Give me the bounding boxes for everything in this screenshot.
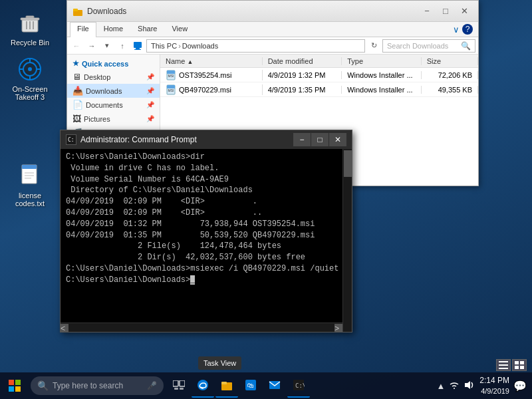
- svg-rect-34: [515, 361, 519, 364]
- tab-file[interactable]: File: [70, 22, 96, 37]
- refresh-button[interactable]: ↻: [367, 39, 380, 53]
- notification-center-button[interactable]: 💬: [511, 374, 529, 398]
- cmd-scrollbar-thumb[interactable]: [344, 150, 352, 177]
- address-path[interactable]: This PC › Downloads: [146, 39, 365, 53]
- file-explorer-title: Downloads: [87, 7, 418, 16]
- svg-rect-22: [134, 49, 141, 50]
- pin-icon-4: 📌: [146, 115, 154, 122]
- up-button[interactable]: ↑: [116, 39, 129, 53]
- file-explorer-titlebar[interactable]: Downloads − □ ✕: [67, 1, 478, 22]
- col-header-name[interactable]: Name ▲: [160, 57, 263, 65]
- cmd-line-7: 04/09/2019 02:09 PM <DIR> .: [66, 196, 346, 207]
- svg-rect-21: [136, 48, 140, 49]
- cmd-hscroll-right[interactable]: >: [334, 324, 342, 332]
- cmd-line-2: Volume in drive C has no label.: [66, 163, 346, 174]
- sidebar-item-documents[interactable]: 📄 Documents 📌: [67, 98, 160, 112]
- col-header-type[interactable]: Type: [342, 57, 422, 65]
- search-placeholder-text: Type here to search: [53, 381, 123, 390]
- taskbar-store[interactable]: 🛍: [239, 374, 262, 398]
- svg-rect-37: [520, 366, 524, 369]
- sidebar-item-pictures[interactable]: 🖼 Pictures 📌: [67, 112, 160, 126]
- cmd-window: C: Administrator: Command Prompt − □ ✕ C…: [60, 130, 352, 332]
- list-view-button[interactable]: [496, 359, 511, 371]
- license-codes-icon[interactable]: licensecodes.txt: [7, 160, 53, 210]
- svg-rect-20: [134, 42, 142, 48]
- svg-rect-19: [73, 9, 78, 11]
- svg-rect-45: [180, 388, 184, 390]
- start-button[interactable]: [3, 374, 27, 398]
- on-screen-takeoff-icon[interactable]: On-ScreenTakeoff 3: [7, 53, 53, 104]
- file-size-1: 72,206 KB: [422, 71, 478, 79]
- tab-view[interactable]: View: [164, 22, 195, 37]
- taskbar: 🔍 Type here to search 🎤: [0, 372, 532, 399]
- cmd-line-12: 2 Dir(s) 42,032,537,600 bytes free: [66, 252, 346, 263]
- cmd-controls: − □ ✕: [293, 133, 346, 146]
- svg-rect-42: [173, 380, 178, 386]
- forward-button[interactable]: →: [85, 39, 98, 53]
- microphone-icon[interactable]: 🎤: [147, 381, 157, 390]
- network-icon[interactable]: [449, 380, 460, 392]
- maximize-button[interactable]: □: [437, 4, 454, 19]
- help-icon[interactable]: ?: [462, 24, 473, 35]
- cmd-line-14: C:\Users\Daniel\Downloads>msiexec /i QB4…: [66, 263, 346, 275]
- file-name-2: QB4970229.msi: [179, 86, 231, 94]
- clock-time: 2:14 PM: [479, 376, 509, 386]
- taskbar-file-explorer[interactable]: [215, 374, 238, 398]
- grid-view-button[interactable]: [512, 359, 527, 371]
- svg-rect-33: [499, 368, 508, 369]
- cmd-close-button[interactable]: ✕: [329, 133, 346, 146]
- downloads-folder-icon: 📥: [72, 86, 83, 96]
- msi-file-icon-2: MSI: [166, 84, 176, 95]
- msi-file-icon: MSI: [166, 70, 176, 80]
- tab-home[interactable]: Home: [96, 22, 130, 37]
- volume-icon[interactable]: [464, 380, 474, 392]
- ribbon-expand-icon[interactable]: ∨: [453, 25, 460, 35]
- cmd-titlebar[interactable]: C: Administrator: Command Prompt − □ ✕: [61, 130, 352, 149]
- svg-rect-40: [9, 386, 14, 392]
- search-bar[interactable]: 🔍 Type here to search 🎤: [31, 376, 164, 395]
- svg-text:C:\: C:\: [295, 382, 305, 389]
- svg-rect-38: [9, 380, 14, 385]
- svg-text:🛍: 🛍: [247, 382, 254, 389]
- file-date-2: 4/9/2019 1:35 PM: [263, 86, 342, 94]
- file-type-2: Windows Installer ...: [342, 86, 422, 94]
- sidebar-quick-access[interactable]: ★ Quick access: [67, 57, 160, 70]
- ribbon-tabs: File Home Share View ∨ ?: [67, 22, 478, 37]
- recent-locations-button[interactable]: ▾: [100, 39, 114, 53]
- back-button[interactable]: ←: [70, 39, 83, 53]
- col-header-size[interactable]: Size: [422, 57, 478, 65]
- cmd-hscrollbar[interactable]: < >: [61, 323, 342, 332]
- minimize-button[interactable]: −: [418, 4, 436, 19]
- sidebar-item-downloads[interactable]: 📥 Downloads 📌: [67, 84, 160, 98]
- cmd-scrollbar[interactable]: [342, 149, 352, 332]
- cmd-title-text: Administrator: Command Prompt: [80, 135, 289, 144]
- taskbar-cmd[interactable]: C:\: [287, 374, 310, 398]
- tray-expand-icon[interactable]: ▲: [436, 381, 445, 391]
- close-button[interactable]: ✕: [456, 4, 473, 19]
- system-clock[interactable]: 2:14 PM 4/9/2019: [479, 376, 509, 396]
- recycle-bin-icon[interactable]: Recycle Bin: [7, 7, 53, 49]
- svg-point-8: [28, 67, 32, 71]
- cmd-maximize-button[interactable]: □: [311, 133, 329, 146]
- task-view-button[interactable]: [168, 374, 190, 398]
- cmd-hscroll-left[interactable]: <: [61, 324, 68, 332]
- search-box[interactable]: Search Downloads 🔍: [382, 39, 475, 53]
- file-date-1: 4/9/2019 1:32 PM: [263, 71, 342, 79]
- path-this-pc: This PC: [151, 42, 177, 50]
- file-size-2: 49,355 KB: [422, 86, 478, 94]
- cmd-minimize-button[interactable]: −: [293, 133, 311, 146]
- documents-folder-icon: 📄: [72, 100, 83, 110]
- system-tray-icons: ▲: [436, 380, 474, 392]
- taskbar-mail[interactable]: [263, 374, 286, 398]
- task-view-tooltip: Task View: [198, 356, 241, 370]
- sidebar-item-desktop[interactable]: 🖥 Desktop 📌: [67, 70, 160, 84]
- cmd-line-16: C:\Users\Daniel\Downloads>_: [66, 275, 346, 286]
- svg-rect-14: [22, 165, 37, 169]
- col-header-date[interactable]: Date modified: [263, 57, 342, 65]
- cmd-body[interactable]: C:\Users\Daniel\Downloads>dir Volume in …: [61, 149, 352, 332]
- table-row[interactable]: MSI QB4970229.msi 4/9/2019 1:35 PM Windo…: [160, 82, 478, 97]
- table-row[interactable]: MSI OST395254.msi 4/9/2019 1:32 PM Windo…: [160, 68, 478, 82]
- tab-share[interactable]: Share: [130, 22, 164, 37]
- taskbar-edge[interactable]: [192, 374, 214, 398]
- svg-rect-48: [221, 382, 227, 384]
